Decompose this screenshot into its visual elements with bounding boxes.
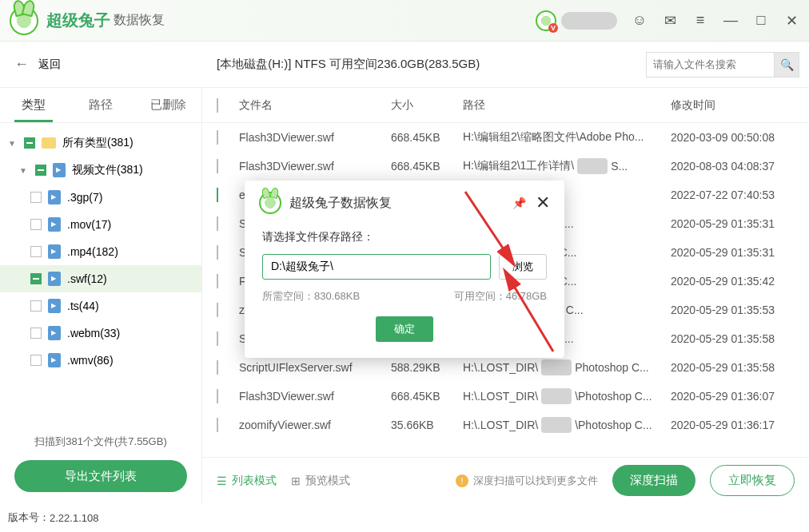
cell-size: 588.29KB [391, 361, 463, 374]
row-checkbox[interactable] [217, 332, 218, 346]
checkbox-partial[interactable] [35, 165, 46, 176]
row-checkbox[interactable] [217, 130, 218, 145]
col-filename[interactable]: 文件名 [239, 98, 391, 113]
row-checkbox[interactable] [217, 245, 218, 260]
menu-icon[interactable]: ≡ [692, 13, 708, 29]
feedback-icon[interactable]: ✉ [662, 13, 678, 29]
deep-scan-button[interactable]: 深度扫描 [612, 465, 695, 496]
tree-ext-mov[interactable]: .mov(17) [0, 211, 201, 238]
table-row[interactable]: Flash3DViewer.swf668.45KBH:\.LOST_DIR\\P… [202, 382, 809, 411]
tree-ext-ts[interactable]: .ts(44) [0, 292, 201, 320]
list-mode-button[interactable]: ☰ 列表模式 [217, 474, 277, 488]
table-row[interactable]: Flash3DViewer.swf668.45KBH:\编辑组2\1工作详情\S… [202, 152, 809, 181]
checkbox[interactable] [30, 355, 42, 366]
video-file-icon [53, 163, 66, 177]
table-row[interactable]: Flash3DViewer.swf668.45KBH:\编辑组2\缩略图文件\A… [202, 123, 809, 152]
app-title: 超级兔子 [46, 10, 110, 31]
search-input[interactable] [646, 52, 774, 77]
version-value: 2.22.1.108 [50, 512, 98, 524]
pin-icon[interactable]: 📌 [512, 197, 526, 209]
tree-ext-3gp[interactable]: .3gp(7) [0, 184, 201, 211]
checkbox-partial[interactable] [30, 273, 42, 284]
tab-type[interactable]: 类型 [0, 88, 67, 122]
caret-down-icon: ▼ [8, 139, 18, 148]
select-all-checkbox[interactable] [217, 98, 218, 113]
cell-mtime: 2020-05-29 01:35:58 [671, 361, 809, 374]
browse-button[interactable]: 浏览 [499, 254, 547, 280]
version-label: 版本号： [8, 510, 50, 525]
checkbox[interactable] [30, 219, 42, 230]
cell-filename: Flash3DViewer.swf [239, 131, 391, 144]
tab-deleted[interactable]: 已删除 [134, 88, 201, 122]
cell-mtime: 2020-05-29 01:36:17 [671, 419, 809, 431]
table-row[interactable]: zoomifyViewer.swf35.66KBH:\.LOST_DIR\\Ph… [202, 411, 809, 439]
cell-filename: Flash3DViewer.swf [239, 160, 391, 173]
user-area[interactable] [536, 10, 617, 31]
dialog-label: 请选择文件保存路径： [262, 230, 547, 244]
row-checkbox[interactable] [217, 303, 218, 317]
row-checkbox[interactable] [217, 360, 218, 375]
tree-ext-swf[interactable]: .swf(12) [0, 265, 201, 292]
titlebar: 超级兔子 数据恢复 ☺ ✉ ≡ — □ ✕ [0, 0, 809, 42]
col-mtime[interactable]: 修改时间 [671, 98, 809, 113]
checkbox[interactable] [30, 246, 42, 257]
statusbar: 版本号： 2.22.1.108 [0, 503, 98, 532]
checkbox[interactable] [30, 328, 42, 339]
checkbox[interactable] [30, 192, 42, 203]
cell-mtime: 2020-05-29 01:36:07 [671, 390, 809, 403]
caret-down-icon: ▼ [19, 166, 29, 175]
disk-info: [本地磁盘(H:)] NTFS 可用空间236.0GB(283.5GB) [202, 57, 646, 72]
preview-mode-button[interactable]: ⊞ 预览模式 [291, 474, 350, 488]
video-file-icon [48, 190, 61, 204]
tree-label: .swf(12) [67, 272, 107, 285]
row-checkbox[interactable] [217, 159, 218, 173]
col-path[interactable]: 路径 [463, 98, 671, 113]
tree-label: .wmv(86) [67, 354, 114, 367]
user-name-placeholder [561, 12, 617, 30]
row-checkbox[interactable] [217, 389, 218, 403]
scan-summary: 扫描到381个文件(共7.55GB) [14, 435, 187, 449]
row-checkbox[interactable] [217, 274, 218, 288]
checkbox[interactable] [30, 300, 42, 312]
minimize-icon[interactable]: — [723, 13, 739, 29]
search-button[interactable]: 🔍 [774, 52, 799, 77]
row-checkbox[interactable] [217, 188, 218, 202]
back-arrow-icon: ← [14, 56, 29, 73]
list-mode-label: 列表模式 [232, 474, 277, 488]
cell-mtime: 2020-05-29 01:35:58 [671, 332, 809, 345]
cell-path: H:\编辑组2\1工作详情\S... [463, 158, 671, 174]
tree-label: .mp4(182) [67, 245, 118, 258]
cell-filename: ScriptUIFlexServer.swf [239, 361, 391, 374]
list-icon: ☰ [217, 474, 227, 487]
back-button[interactable]: ← 返回 [0, 42, 202, 87]
tree-ext-wmv[interactable]: .wmv(86) [0, 347, 201, 374]
video-file-icon [48, 272, 61, 286]
tree-video-files[interactable]: ▼ 视频文件(381) [0, 157, 201, 184]
row-checkbox[interactable] [217, 418, 218, 432]
save-path-input[interactable] [262, 254, 491, 280]
masked-text [577, 158, 608, 174]
row-checkbox[interactable] [217, 216, 218, 231]
cell-mtime: 2020-05-29 01:35:53 [671, 304, 809, 316]
checkbox-partial[interactable] [24, 137, 35, 149]
dialog-logo-icon [259, 192, 281, 214]
dialog-close-button[interactable]: ✕ [536, 193, 550, 213]
col-size[interactable]: 大小 [391, 98, 463, 113]
cell-size: 35.66KB [391, 419, 463, 431]
tree-label: .mov(17) [67, 218, 111, 231]
tree-all-types[interactable]: ▼ 所有类型(381) [0, 129, 201, 157]
maximize-icon[interactable]: □ [753, 13, 769, 29]
cell-path: H:\.LOST_DIR\Photoshop C... [463, 359, 671, 375]
tree-ext-webm[interactable]: .webm(33) [0, 320, 201, 347]
tab-path[interactable]: 路径 [67, 88, 134, 122]
tree-ext-mp4[interactable]: .mp4(182) [0, 238, 201, 265]
video-file-icon [48, 326, 61, 340]
confirm-button[interactable]: 确定 [376, 316, 433, 342]
cell-mtime: 2020-05-29 01:35:31 [671, 246, 809, 259]
tree-label: .ts(44) [67, 300, 99, 312]
needed-space: 所需空间：830.68KB [262, 289, 360, 304]
face-icon[interactable]: ☺ [632, 13, 648, 29]
close-icon[interactable]: ✕ [783, 13, 799, 29]
recover-button[interactable]: 立即恢复 [710, 465, 795, 496]
export-list-button[interactable]: 导出文件列表 [14, 460, 187, 492]
